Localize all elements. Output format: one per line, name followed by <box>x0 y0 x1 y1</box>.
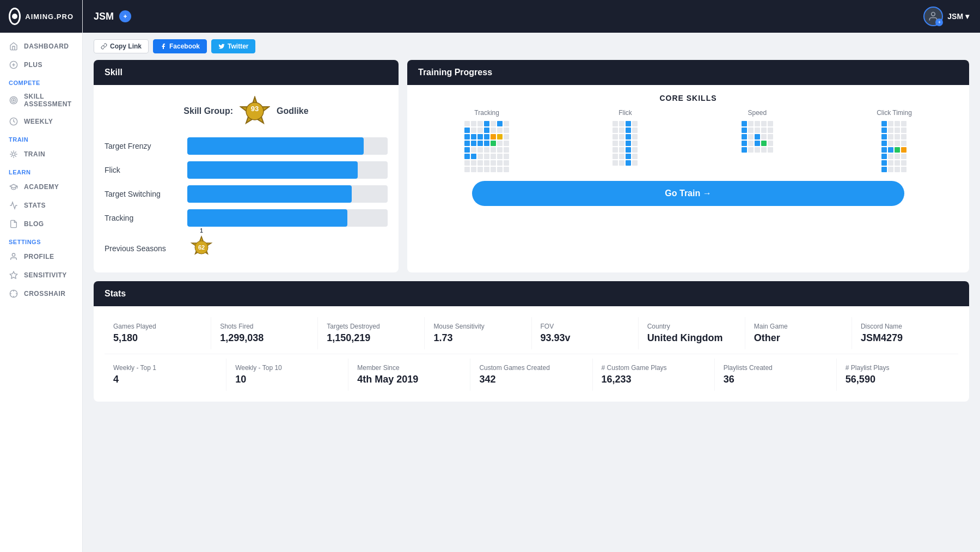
training-card-title: Training Progress <box>418 68 492 77</box>
badge-star-icon: 93 <box>240 96 270 126</box>
skill-bar-track <box>187 185 388 203</box>
svg-point-4 <box>11 98 16 102</box>
stat-label: # Custom Game Plays <box>602 364 706 372</box>
stat-label: Main Game <box>754 323 843 330</box>
sidebar-item-crosshair[interactable]: CROSSHAIR <box>0 284 82 303</box>
blog-icon <box>9 219 19 229</box>
copy-link-button[interactable]: Copy Link <box>94 39 149 53</box>
stat-value: 36 <box>724 374 828 385</box>
skill-bar-name: Tracking <box>105 214 181 222</box>
twitter-share-button[interactable]: Twitter <box>211 39 255 53</box>
skill-group-label: Skill Group: <box>183 106 233 116</box>
stat-label: Playlists Created <box>724 364 828 372</box>
stats-divider <box>105 354 958 354</box>
stat-item: Targets Destroyed 1,150,219 <box>318 317 425 349</box>
skill-bar-name: Target Switching <box>105 190 181 198</box>
share-bar: Copy Link Facebook Twitter <box>83 33 980 60</box>
tracking-grid <box>464 121 509 172</box>
cs-speed-title: Speed <box>748 109 767 117</box>
cs-tracking-title: Tracking <box>474 109 499 117</box>
stat-value: Other <box>754 332 843 344</box>
stat-value: 16,233 <box>602 374 706 385</box>
stat-item: FOV 93.93v <box>532 317 639 349</box>
skill-bar-name: Flick <box>105 166 181 174</box>
stat-label: Custom Games Created <box>479 364 583 372</box>
sidebar-item-blog[interactable]: BLOG <box>0 215 82 233</box>
skill-bar-row: Target Frenzy <box>105 137 388 155</box>
stat-label: Weekly - Top 10 <box>235 364 339 372</box>
academy-icon <box>9 182 19 192</box>
sidebar-item-label: WEEKLY <box>24 118 53 125</box>
sidebar-item-label: DASHBOARD <box>24 43 69 50</box>
sidebar-item-plus[interactable]: PLUS <box>0 56 82 74</box>
topbar-add-button[interactable] <box>119 10 131 22</box>
stat-value: 1,299,038 <box>220 332 309 344</box>
stat-value: 93.93v <box>541 332 629 344</box>
stat-item: Mouse Sensitivity 1.73 <box>425 317 531 349</box>
stat-item: Playlists Created 36 <box>715 359 837 391</box>
stat-item: Member Since 4th May 2019 <box>348 359 470 391</box>
stats-card: Stats Games Played 5,180 Shots Fired 1,2… <box>94 281 969 402</box>
sidebar-item-stats[interactable]: STATS <box>0 196 82 215</box>
stat-value: 1.73 <box>433 332 522 344</box>
stat-value: JSM4279 <box>861 332 950 344</box>
sidebar-item-train[interactable]: TRAIN <box>0 145 82 163</box>
svg-text:62: 62 <box>198 244 205 251</box>
top-row: Skill Skill Group: 93 Godlik <box>94 60 969 272</box>
avatar: + <box>923 7 943 26</box>
link-icon <box>101 43 107 50</box>
cs-speed: Speed <box>742 109 773 172</box>
skill-group-row: Skill Group: 93 Godlike <box>105 96 388 126</box>
sidebar-item-profile[interactable]: PROFILE <box>0 247 82 266</box>
sidebar-item-label: STATS <box>24 202 46 209</box>
stat-value: 5,180 <box>113 332 202 344</box>
twitter-icon <box>218 43 225 50</box>
svg-point-7 <box>12 153 15 155</box>
go-train-button[interactable]: Go Train → <box>472 181 904 206</box>
skill-group-name: Godlike <box>277 106 309 116</box>
stat-item: Shots Fired 1,299,038 <box>211 317 318 349</box>
stat-label: Targets Destroyed <box>327 323 415 330</box>
stat-label: Country <box>647 323 736 330</box>
plus-icon <box>9 60 19 70</box>
sidebar-item-academy[interactable]: ACADEMY <box>0 178 82 196</box>
facebook-share-button[interactable]: Facebook <box>153 39 207 53</box>
sidebar-item-sensitivity[interactable]: SENSITIVITY <box>0 266 82 284</box>
stat-label: FOV <box>541 323 629 330</box>
cs-click-timing: Click Timing <box>877 109 912 172</box>
crosshair-icon <box>9 289 19 299</box>
stat-item: Discord Name JSM4279 <box>852 317 958 349</box>
svg-marker-9 <box>10 271 17 278</box>
sidebar-item-weekly[interactable]: WEEKLY <box>0 112 82 131</box>
home-icon <box>9 41 19 51</box>
stat-item: Country United Kingdom <box>639 317 745 349</box>
cs-flick: Flick <box>612 109 638 172</box>
sidebar-item-skill-assessment[interactable]: SKILL ASSESSMENT <box>0 88 82 112</box>
stats-row-1: Games Played 5,180 Shots Fired 1,299,038… <box>105 317 958 349</box>
skill-bar-track <box>187 137 388 155</box>
skill-bar-name: Target Frenzy <box>105 142 181 150</box>
topbar-username-right[interactable]: JSM ▾ <box>947 12 969 21</box>
stat-value: 4th May 2019 <box>357 374 461 385</box>
sidebar-item-dashboard[interactable]: DASHBOARD <box>0 37 82 56</box>
stat-value: United Kingdom <box>647 332 736 344</box>
prev-season-badge: 1 62 <box>189 235 213 262</box>
stat-item: Custom Games Created 342 <box>470 359 592 391</box>
logo-text: AIMING.PRO <box>25 13 74 21</box>
skill-bar-fill <box>187 137 364 155</box>
stats-card-title: Stats <box>105 289 126 298</box>
sidebar-item-label: CROSSHAIR <box>24 290 66 298</box>
stat-label: Shots Fired <box>220 323 309 330</box>
main-content: JSM + JSM ▾ Copy Link Facebook Twitter <box>83 0 980 552</box>
skill-bar-track <box>187 209 388 227</box>
logo-icon <box>9 8 21 25</box>
topbar-left: JSM <box>94 10 131 22</box>
skill-badge: 93 <box>240 96 270 126</box>
train-icon <box>9 149 19 159</box>
stat-label: Weekly - Top 1 <box>113 364 217 372</box>
sidebar-logo: AIMING.PRO <box>0 0 82 33</box>
stat-item: # Custom Game Plays 16,233 <box>593 359 715 391</box>
stat-label: # Playlist Plays <box>846 364 950 372</box>
stat-item: # Playlist Plays 56,590 <box>837 359 958 391</box>
sidebar-item-label: SENSITIVITY <box>24 271 67 279</box>
